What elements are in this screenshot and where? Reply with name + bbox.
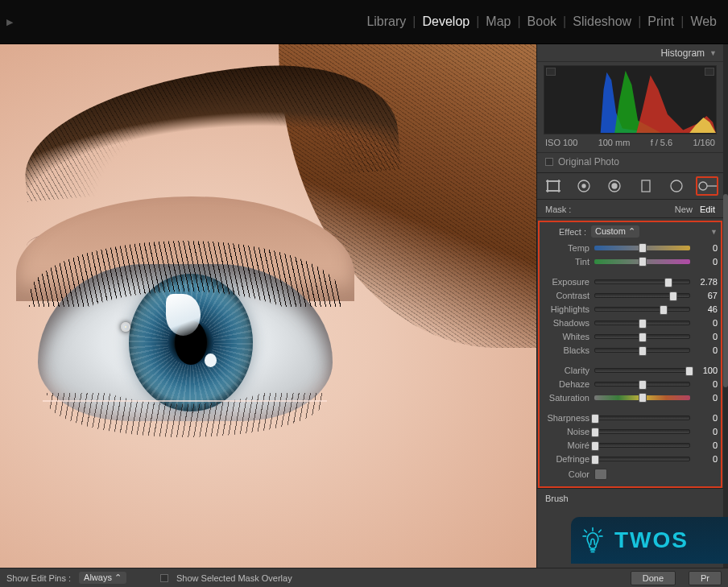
slider-saturation-knob[interactable] bbox=[639, 393, 647, 403]
exif-focal: 100 mm bbox=[598, 138, 631, 147]
slider-noise-knob[interactable] bbox=[591, 428, 599, 437]
slider-tint-track[interactable] bbox=[594, 259, 690, 264]
slider-blacks[interactable]: Blacks0 bbox=[543, 343, 718, 357]
slider-sharpness-knob[interactable] bbox=[591, 414, 599, 424]
svg-rect-0 bbox=[548, 181, 559, 191]
adjustment-brush-tool-icon[interactable] bbox=[696, 176, 718, 196]
slider-exposure-track[interactable] bbox=[594, 279, 690, 284]
slider-whites-track[interactable] bbox=[594, 334, 690, 339]
slider-moire[interactable]: Moiré0 bbox=[543, 438, 718, 452]
module-library[interactable]: Library bbox=[360, 14, 412, 29]
slider-noise[interactable]: Noise0 bbox=[543, 424, 718, 438]
mask-overlay-label: Show Selected Mask Overlay bbox=[176, 573, 292, 583]
module-map[interactable]: Map bbox=[479, 14, 517, 29]
image-preview[interactable] bbox=[0, 44, 536, 568]
histogram-panel-header[interactable]: Histogram ▼ bbox=[537, 44, 723, 62]
slider-moire-knob[interactable] bbox=[591, 441, 599, 451]
slider-saturation-track[interactable] bbox=[594, 395, 690, 400]
module-book[interactable]: Book bbox=[521, 14, 563, 29]
slider-whites[interactable]: Whites0 bbox=[543, 329, 718, 343]
slider-sharpness-value: 0 bbox=[695, 413, 718, 423]
slider-noise-track[interactable] bbox=[594, 429, 690, 434]
slider-exposure[interactable]: Exposure2.78 bbox=[543, 275, 718, 288]
mask-edit[interactable]: Edit bbox=[700, 205, 715, 214]
histogram-title: Histogram bbox=[660, 48, 705, 59]
slider-tint-knob[interactable] bbox=[639, 257, 647, 267]
slider-temp[interactable]: Temp0 bbox=[543, 241, 718, 254]
brush-section-header[interactable]: Brush bbox=[537, 488, 723, 508]
slider-dehaze[interactable]: Dehaze0 bbox=[543, 377, 718, 391]
slider-clarity-track[interactable] bbox=[594, 368, 690, 373]
adjustment-brush-pin[interactable] bbox=[121, 322, 130, 332]
svg-rect-5 bbox=[642, 180, 650, 192]
module-develop[interactable]: Develop bbox=[416, 14, 476, 29]
effect-preset-dropdown[interactable]: Custom ⌃ bbox=[591, 225, 639, 238]
slider-blacks-knob[interactable] bbox=[639, 346, 647, 356]
slider-whites-value: 0 bbox=[695, 332, 718, 341]
slider-highlights[interactable]: Highlights46 bbox=[543, 302, 718, 316]
module-picker: ▶ Library| Develop| Map| Book| Slideshow… bbox=[0, 0, 728, 44]
slider-shadows-track[interactable] bbox=[594, 320, 690, 325]
panel-collapse-icon[interactable]: ▼ bbox=[710, 228, 718, 236]
slider-contrast-label: Contrast bbox=[543, 291, 589, 300]
original-photo-checkbox[interactable] bbox=[545, 158, 553, 166]
spot-removal-tool-icon[interactable] bbox=[573, 176, 595, 196]
slider-clarity[interactable]: Clarity100 bbox=[543, 363, 718, 377]
watermark-overlay: TWOS bbox=[571, 517, 728, 564]
slider-shadows-knob[interactable] bbox=[639, 319, 647, 329]
watermark-text: TWOS bbox=[614, 527, 689, 553]
slider-moire-track[interactable] bbox=[594, 443, 690, 448]
slider-highlights-track[interactable] bbox=[594, 307, 690, 312]
slider-shadows[interactable]: Shadows0 bbox=[543, 316, 718, 329]
slider-exposure-knob[interactable] bbox=[664, 278, 672, 287]
crop-tool-icon[interactable] bbox=[542, 176, 565, 196]
right-panel-scrollbar[interactable] bbox=[723, 44, 728, 568]
slider-tint[interactable]: Tint0 bbox=[543, 254, 718, 268]
slider-noise-value: 0 bbox=[695, 427, 718, 436]
module-slideshow[interactable]: Slideshow bbox=[566, 14, 638, 29]
slider-sharpness[interactable]: Sharpness0 bbox=[543, 411, 718, 424]
slider-clarity-label: Clarity bbox=[543, 366, 589, 375]
show-edit-pins-label: Show Edit Pins : bbox=[6, 573, 71, 583]
color-swatch[interactable] bbox=[594, 469, 607, 480]
slider-defringe-knob[interactable] bbox=[591, 455, 599, 465]
slider-clarity-knob[interactable] bbox=[685, 366, 693, 376]
radial-filter-tool-icon[interactable] bbox=[665, 176, 688, 196]
slider-saturation[interactable]: Saturation0 bbox=[543, 391, 718, 404]
slider-contrast-knob[interactable] bbox=[669, 291, 677, 301]
slider-temp-track[interactable] bbox=[594, 246, 690, 250]
slider-dehaze-knob[interactable] bbox=[639, 380, 647, 390]
slider-exposure-label: Exposure bbox=[543, 277, 589, 287]
mask-overlay-checkbox[interactable] bbox=[160, 574, 168, 582]
mask-new[interactable]: New bbox=[675, 205, 693, 214]
slider-defringe-label: Defringe bbox=[543, 454, 589, 464]
histogram[interactable] bbox=[544, 65, 717, 134]
back-triangle-icon[interactable]: ▶ bbox=[6, 17, 13, 27]
slider-saturation-value: 0 bbox=[695, 393, 718, 403]
slider-blacks-track[interactable] bbox=[594, 348, 690, 353]
slider-sharpness-track[interactable] bbox=[594, 415, 690, 420]
show-edit-pins-dropdown[interactable]: Always ⌃ bbox=[79, 572, 126, 584]
exif-iso: ISO 100 bbox=[545, 138, 577, 147]
slider-temp-knob[interactable] bbox=[639, 243, 647, 253]
svg-point-6 bbox=[671, 180, 682, 192]
slider-exposure-value: 2.78 bbox=[695, 277, 718, 287]
slider-contrast-track[interactable] bbox=[594, 293, 690, 298]
slider-dehaze-track[interactable] bbox=[594, 382, 690, 387]
module-web[interactable]: Web bbox=[684, 14, 723, 29]
module-print[interactable]: Print bbox=[641, 14, 680, 29]
slider-defringe-track[interactable] bbox=[594, 457, 690, 461]
previous-button[interactable]: Pr bbox=[689, 571, 722, 585]
slider-defringe[interactable]: Defringe0 bbox=[543, 452, 718, 465]
color-label: Color bbox=[543, 469, 589, 479]
done-button[interactable]: Done bbox=[631, 571, 676, 585]
slider-noise-label: Noise bbox=[543, 427, 589, 436]
graduated-filter-tool-icon[interactable] bbox=[635, 176, 657, 196]
redeye-tool-icon[interactable] bbox=[603, 176, 626, 196]
slider-highlights-knob[interactable] bbox=[660, 305, 668, 315]
slider-contrast[interactable]: Contrast67 bbox=[543, 288, 718, 302]
original-photo-row[interactable]: Original Photo bbox=[537, 152, 723, 172]
chevron-down-icon: ▼ bbox=[709, 49, 717, 57]
slider-whites-knob[interactable] bbox=[639, 333, 647, 342]
exif-shutter: 1/160 bbox=[693, 138, 715, 147]
